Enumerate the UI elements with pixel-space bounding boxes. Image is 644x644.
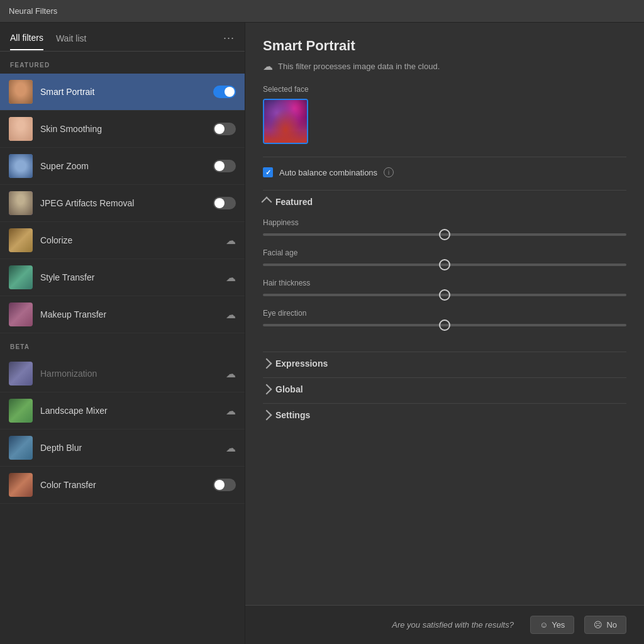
slider-track-happiness[interactable] [263, 233, 626, 236]
more-options-button[interactable]: ··· [223, 31, 235, 51]
slider-label-hair-thickness: Hair thickness [263, 279, 626, 287]
accordion-header-expressions[interactable]: Expressions [263, 352, 626, 375]
filter-name-jpeg-artifacts: JPEG Artifacts Removal [40, 198, 213, 208]
divider-1 [263, 157, 626, 157]
chevron-expressions [262, 358, 272, 369]
title-bar: Neural Filters [0, 0, 644, 23]
filter-name-landscape-mixer: Landscape Mixer [40, 406, 226, 416]
slider-label-facial-age: Facial age [263, 248, 626, 257]
filter-thumb-super-zoom [9, 154, 33, 178]
slider-thumb-hair-thickness[interactable] [439, 289, 450, 301]
filter-thumb-harmonization [9, 362, 33, 386]
filter-item-style-transfer[interactable]: Style Transfer ☁ [0, 259, 245, 296]
toggle-super-zoom[interactable] [213, 160, 236, 172]
cloud-icon-depth-blur: ☁ [226, 442, 236, 454]
panel-title: Smart Portrait [263, 38, 626, 54]
slider-track-hair-thickness[interactable] [263, 294, 626, 296]
auto-balance-row: Auto balance combinations i [263, 167, 626, 177]
filter-name-harmonization: Harmonization [40, 369, 226, 379]
filter-item-jpeg-artifacts[interactable]: JPEG Artifacts Removal [0, 185, 245, 222]
section-label-beta: BETA [0, 333, 245, 355]
filter-item-colorize[interactable]: Colorize ☁ [0, 222, 245, 259]
section-label-featured: FEATURED [0, 52, 245, 74]
frown-icon: ☹ [594, 620, 602, 630]
thumb-face-zoom [9, 154, 33, 178]
thumb-face-portrait [9, 80, 33, 104]
filter-thumb-landscape-mixer [9, 399, 33, 423]
slider-group-featured: Happiness Facial age Hair thickness [263, 213, 626, 349]
tab-all-filters[interactable]: All filters [10, 33, 43, 50]
sidebar: All filters Wait list ··· FEATURED Smart… [0, 23, 245, 644]
cloud-notice: ☁ This filter processes image data in th… [263, 60, 626, 72]
filter-name-style-transfer: Style Transfer [40, 272, 226, 282]
cloud-icon-makeup-transfer: ☁ [226, 309, 236, 321]
filter-thumb-style-transfer [9, 265, 33, 289]
auto-balance-text: Auto balance combinations [279, 168, 377, 177]
accordion-header-global[interactable]: Global [263, 377, 626, 401]
accordion-settings: Settings [263, 403, 626, 426]
filter-thumb-jpeg-artifacts [9, 191, 33, 215]
filter-item-color-transfer[interactable]: Color Transfer [0, 467, 245, 504]
cloud-icon-harmonization: ☁ [226, 368, 236, 380]
filter-item-skin-smoothing[interactable]: Skin Smoothing [0, 111, 245, 148]
cloud-notice-text: This filter processes image data in the … [278, 62, 440, 71]
right-panel: Smart Portrait ☁ This filter processes i… [245, 23, 644, 644]
filter-item-super-zoom[interactable]: Super Zoom [0, 148, 245, 185]
yes-label: Yes [552, 620, 565, 630]
selected-face-thumbnail[interactable] [263, 99, 308, 144]
app-title: Neural Filters [9, 6, 57, 16]
filter-thumb-depth-blur [9, 436, 33, 460]
filter-name-color-transfer: Color Transfer [40, 480, 213, 490]
cloud-notice-icon: ☁ [263, 60, 273, 72]
right-content: Smart Portrait ☁ This filter processes i… [245, 23, 644, 605]
chevron-global [262, 384, 272, 395]
filter-thumb-skin-smoothing [9, 117, 33, 141]
slider-thumb-eye-direction[interactable] [439, 319, 450, 331]
info-icon-auto-balance[interactable]: i [384, 167, 394, 177]
filter-name-colorize: Colorize [40, 235, 226, 245]
tab-wait-list[interactable]: Wait list [56, 33, 86, 50]
tabs-row: All filters Wait list ··· [0, 23, 245, 52]
slider-thumb-facial-age[interactable] [439, 259, 450, 270]
smiley-icon: ☺ [540, 620, 548, 630]
filter-item-depth-blur[interactable]: Depth Blur ☁ [0, 430, 245, 467]
slider-track-facial-age[interactable] [263, 264, 626, 266]
slider-label-eye-direction: Eye direction [263, 309, 626, 318]
filter-name-smart-portrait: Smart Portrait [40, 87, 213, 97]
cloud-icon-colorize: ☁ [226, 235, 236, 247]
filter-item-smart-portrait[interactable]: Smart Portrait [0, 74, 245, 111]
cloud-icon-landscape-mixer: ☁ [226, 405, 236, 417]
slider-track-eye-direction[interactable] [263, 324, 626, 326]
main-layout: All filters Wait list ··· FEATURED Smart… [0, 23, 644, 644]
accordion-title-settings: Settings [275, 410, 310, 420]
chevron-settings [262, 410, 272, 421]
feedback-no-button[interactable]: ☹ No [584, 616, 626, 634]
filter-thumb-makeup-transfer [9, 303, 33, 326]
filter-thumb-smart-portrait [9, 80, 33, 104]
accordion-header-settings[interactable]: Settings [263, 403, 626, 426]
filter-thumb-colorize [9, 228, 33, 252]
face-image [264, 100, 307, 143]
accordion-header-featured[interactable]: Featured [263, 190, 626, 213]
slider-thumb-happiness[interactable] [439, 229, 450, 240]
accordion-title-expressions: Expressions [275, 358, 328, 369]
filter-list: FEATURED Smart Portrait Skin Smoothing [0, 52, 245, 644]
feedback-bar: Are you satisfied with the results? ☺ Ye… [245, 605, 644, 644]
filter-item-landscape-mixer[interactable]: Landscape Mixer ☁ [0, 392, 245, 430]
slider-label-happiness: Happiness [263, 218, 626, 227]
filter-item-harmonization[interactable]: Harmonization ☁ [0, 355, 245, 392]
accordion-title-global: Global [275, 384, 303, 394]
toggle-jpeg-artifacts[interactable] [213, 197, 236, 209]
no-label: No [606, 620, 617, 630]
feedback-yes-button[interactable]: ☺ Yes [530, 616, 575, 634]
chevron-featured [262, 197, 272, 208]
toggle-smart-portrait[interactable] [213, 86, 236, 98]
toggle-skin-smoothing[interactable] [213, 123, 236, 135]
auto-balance-checkbox[interactable] [263, 167, 273, 177]
feedback-question: Are you satisfied with the results? [392, 620, 514, 630]
filter-name-depth-blur: Depth Blur [40, 443, 226, 453]
toggle-color-transfer[interactable] [213, 479, 236, 491]
filter-item-makeup-transfer[interactable]: Makeup Transfer ☁ [0, 296, 245, 333]
thumb-face-jpeg [9, 191, 33, 215]
selected-face-label: Selected face [263, 85, 626, 94]
